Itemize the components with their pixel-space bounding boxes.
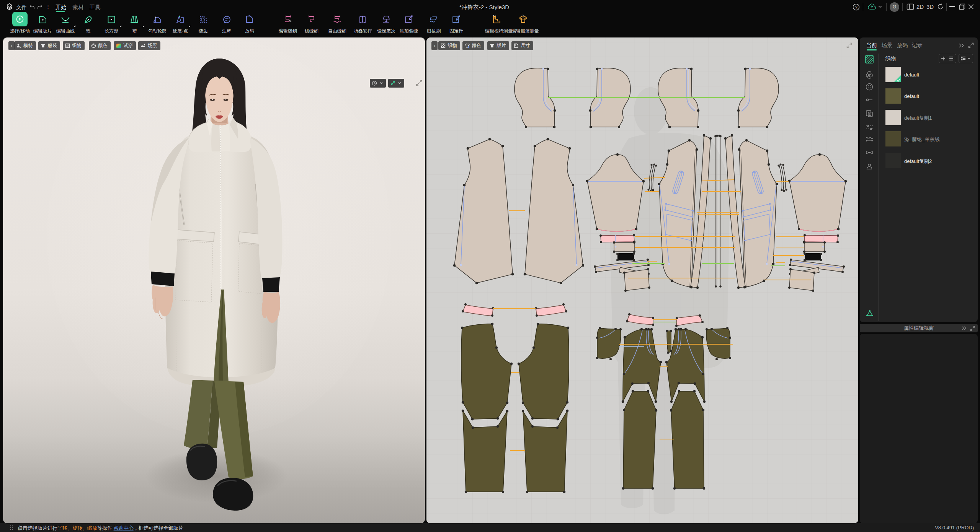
- svg-text:?: ?: [855, 5, 857, 10]
